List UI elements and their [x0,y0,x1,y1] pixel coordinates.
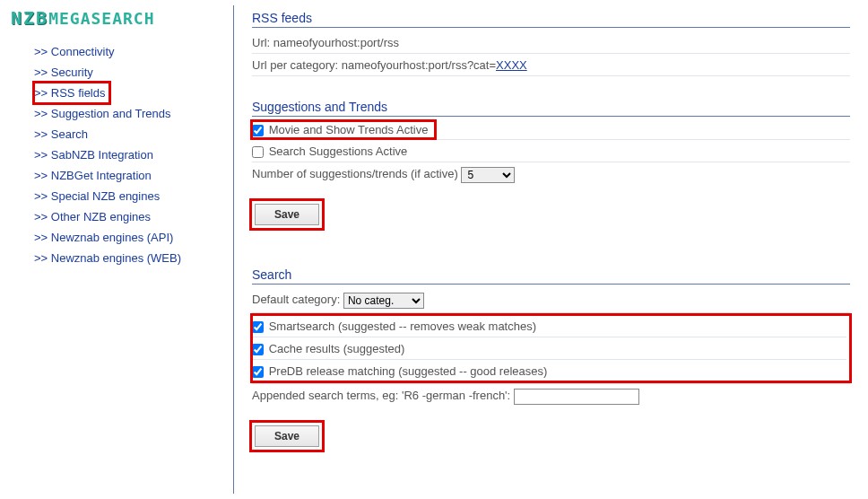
search-suggestions-checkbox[interactable] [252,146,264,158]
sidebar-item-newznab-web[interactable]: >> Newznab engines (WEB) [34,248,226,268]
sidebar-item-rss-fields[interactable]: >> RSS fields [34,83,106,103]
smartsearch-checkbox[interactable] [252,321,264,333]
save-suggestions-button[interactable]: Save [255,204,319,225]
sidebar-item-nzbget[interactable]: >> NZBGet Integration [34,165,226,186]
save-search-wrap: Save [252,423,322,450]
sidebar-item-sabnzb[interactable]: >> SabNZB Integration [34,144,226,165]
sidebar-item-special[interactable]: >> Special NZB engines [34,186,226,206]
section-title-suggestions: Suggestions and Trends [252,96,850,117]
rss-url-row: Url: nameofyourhost:port/rss [252,31,850,54]
save-suggestions-wrap: Save [252,201,322,228]
num-suggestions-label: Number of suggestions/trends (if active) [252,168,461,181]
movie-trends-highlight: Movie and Show Trends Active [252,121,435,138]
cache-label: Cache results (suggested) [269,342,405,355]
sidebar-item-security[interactable]: >> Security [34,62,226,83]
default-category-label: Default category: [252,293,343,307]
predb-checkbox[interactable] [252,366,264,378]
cache-checkbox[interactable] [252,344,264,355]
smartsearch-label: Smartsearch (suggested -- removes weak m… [269,320,536,333]
logo-nzb: NZB [11,7,48,29]
save-search-button[interactable]: Save [255,425,319,447]
rss-cat-link[interactable]: XXXX [496,58,527,72]
search-suggestions-label: Search Suggestions Active [269,144,408,158]
sidebar-nav: >> Connectivity >> Security >> RSS field… [11,41,226,268]
default-category-select[interactable]: No categ. [343,293,424,309]
appended-terms-input[interactable] [514,389,639,405]
sidebar-item-connectivity[interactable]: >> Connectivity [34,41,226,62]
section-title-search: Search [252,264,850,285]
sidebar-item-search[interactable]: >> Search [34,124,226,144]
rss-url-label: Url: nameofyourhost:port/rss [252,36,399,49]
rss-url-cat-row: Url per category: nameofyourhost:port/rs… [252,54,850,76]
num-suggestions-select[interactable]: 5 [461,167,515,183]
appended-terms-label: Appended search terms, eg: 'R6 -german -… [252,390,514,403]
sidebar-item-other[interactable]: >> Other NZB engines [34,206,226,227]
predb-label: PreDB release matching (suggested -- goo… [269,364,548,378]
sidebar-item-newznab-api[interactable]: >> Newznab engines (API) [34,227,226,248]
logo-mega: MEGASEARCH [48,9,154,28]
movie-trends-checkbox[interactable] [252,125,264,136]
search-options-highlight: Smartsearch (suggested -- removes weak m… [252,315,850,381]
logo: NZBMEGASEARCH [11,7,226,29]
section-title-rss: RSS feeds [252,7,850,28]
rss-url-cat-prefix: Url per category: nameofyourhost:port/rs… [252,58,496,72]
sidebar-item-suggestion-trends[interactable]: >> Suggestion and Trends [34,103,226,124]
movie-trends-label: Movie and Show Trends Active [269,123,429,136]
